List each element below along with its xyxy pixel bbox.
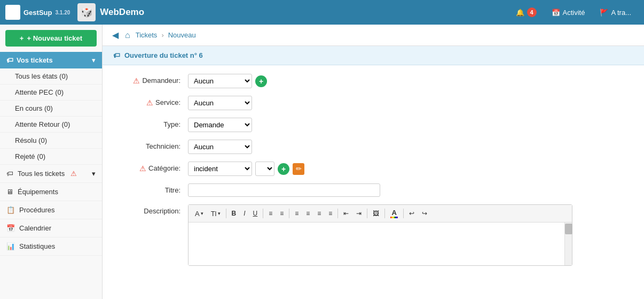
main-content: ◀ ⌂ Tickets › Nouveau 🏷 Ouverture du tic… bbox=[103, 25, 644, 299]
tag-icon: 🏷 bbox=[6, 170, 13, 178]
procedures-icon: 📋 bbox=[6, 206, 15, 214]
editor-list-ol-button[interactable]: ≡ bbox=[277, 208, 287, 219]
expand-icon: ▾ bbox=[92, 170, 96, 178]
app-icon: 🎲 bbox=[77, 3, 96, 21]
editor-italic-button[interactable]: I bbox=[240, 208, 248, 219]
toolbar-sep-4 bbox=[337, 209, 338, 218]
sidebar-item-statistiques[interactable]: 📊 Statistiques bbox=[0, 237, 102, 256]
sidebar-item-en-cours[interactable]: En cours (0) bbox=[0, 101, 102, 117]
editor-color-button[interactable]: A bbox=[387, 207, 401, 220]
editor-list-ul-button[interactable]: ≡ bbox=[265, 208, 276, 219]
sidebar-item-equipements[interactable]: 🖥 Équipements bbox=[0, 183, 102, 201]
editor-bold-button[interactable]: B bbox=[229, 208, 240, 219]
editor-align-right-button[interactable]: ≡ bbox=[314, 208, 324, 219]
app-instance-name: WebDemo bbox=[100, 7, 144, 18]
service-required-icon: ⚠ bbox=[146, 98, 153, 107]
toolbar-sep-6 bbox=[384, 209, 385, 218]
sidebar-item-tous-tickets[interactable]: 🏷 Tous les tickets ⚠ ▾ bbox=[0, 165, 102, 183]
sidebar-item-attente-retour[interactable]: Attente Retour (0) bbox=[0, 117, 102, 133]
form-header-icon: 🏷 bbox=[113, 51, 120, 59]
home-button[interactable]: ⌂ bbox=[124, 30, 131, 40]
sidebar-item-attente-pec[interactable]: Attente PEC (0) bbox=[0, 85, 102, 101]
notifications-button[interactable]: 🔔 4 bbox=[508, 0, 544, 25]
editor-undo-button[interactable]: ↩ bbox=[406, 208, 418, 219]
warning-icon: ⚠ bbox=[70, 170, 77, 178]
breadcrumb: ◀ ⌂ Tickets › Nouveau bbox=[103, 25, 644, 46]
sidebar-item-procedures[interactable]: 📋 Procédures bbox=[0, 201, 102, 219]
demandeur-select[interactable]: Aucun bbox=[188, 74, 252, 88]
editor-font-button[interactable]: A ▾ bbox=[192, 208, 207, 219]
new-ticket-button[interactable]: + + Nouveau ticket bbox=[5, 30, 97, 47]
editor-content[interactable] bbox=[189, 223, 564, 265]
form-panel: 🏷 Ouverture du ticket n° 6 ⚠ Demandeur: … bbox=[103, 46, 644, 282]
service-select[interactable]: Aucun bbox=[188, 96, 252, 110]
atrav-label: A tra... bbox=[611, 9, 631, 17]
chevron-icon: ▾ bbox=[92, 56, 96, 64]
form-panel-header: 🏷 Ouverture du ticket n° 6 bbox=[103, 46, 644, 65]
titre-controls bbox=[188, 183, 633, 197]
categorie-add-button[interactable]: + bbox=[278, 163, 289, 175]
toolbar-sep-5 bbox=[367, 209, 367, 218]
tous-tickets-label: Tous les tickets bbox=[18, 170, 65, 178]
technicien-select[interactable]: Aucun bbox=[188, 140, 252, 154]
demandeur-label: ⚠ Demandeur: bbox=[113, 74, 188, 85]
editor-underline-button[interactable]: U bbox=[250, 208, 261, 219]
editor-redo-button[interactable]: ↪ bbox=[419, 208, 430, 219]
layout: + + Nouveau ticket 🏷 Vos tickets ▾ Tous … bbox=[0, 25, 644, 299]
editor-container: A ▾ Tl ▾ B I U bbox=[188, 204, 572, 266]
type-select[interactable]: Demande Incident Problème bbox=[188, 118, 252, 132]
categorie-required-icon: ⚠ bbox=[139, 164, 146, 173]
notification-badge: 4 bbox=[527, 7, 537, 17]
breadcrumb-tickets[interactable]: Tickets bbox=[136, 31, 158, 39]
categorie-sub-select[interactable] bbox=[255, 162, 274, 176]
service-label: ⚠ Service: bbox=[113, 96, 188, 107]
editor-image-button[interactable]: 🖼 bbox=[370, 208, 382, 219]
sidebar-item-calendrier[interactable]: 📅 Calendrier bbox=[0, 219, 102, 237]
editor-align-center-button[interactable]: ≡ bbox=[303, 208, 313, 219]
stats-icon: 📊 bbox=[6, 242, 15, 250]
toolbar-sep-3 bbox=[289, 209, 289, 218]
type-controls: Demande Incident Problème bbox=[188, 118, 633, 132]
editor-align-justify-button[interactable]: ≡ bbox=[325, 208, 335, 219]
brand-name: GestSup bbox=[23, 9, 52, 17]
categorie-row: ⚠ Catégorie: incident + ✏ bbox=[113, 162, 633, 176]
monitor-icon: 🖥 bbox=[6, 188, 13, 196]
breadcrumb-current: Nouveau bbox=[168, 31, 196, 39]
plus-icon: + bbox=[20, 34, 24, 42]
categorie-edit-button[interactable]: ✏ bbox=[293, 163, 304, 175]
toolbar-sep-7 bbox=[403, 209, 404, 218]
vos-tickets-label: Vos tickets bbox=[17, 56, 53, 64]
type-label: Type: bbox=[113, 118, 188, 128]
editor-indent-left-button[interactable]: ⇤ bbox=[340, 208, 352, 219]
flag-icon: 🚩 bbox=[600, 9, 608, 17]
editor-size-button[interactable]: Tl ▾ bbox=[208, 208, 224, 219]
form-title: Ouverture du ticket n° 6 bbox=[124, 51, 203, 59]
technicien-controls: Aucun bbox=[188, 140, 633, 154]
navbar-right: 🔔 4 📅 Activité 🚩 A tra... bbox=[508, 0, 639, 25]
editor-scrollbar[interactable] bbox=[564, 223, 572, 265]
vos-tickets-header[interactable]: 🏷 Vos tickets ▾ bbox=[0, 52, 102, 68]
sidebar-item-tous-etats[interactable]: Tous les états (0) bbox=[0, 68, 102, 85]
titre-label: Titre: bbox=[113, 183, 188, 194]
atrav-button[interactable]: 🚩 A tra... bbox=[592, 0, 639, 25]
technicien-row: Technicien: Aucun bbox=[113, 140, 633, 154]
editor-align-left-button[interactable]: ≡ bbox=[292, 208, 302, 219]
ticket-icon: 🏷 bbox=[6, 56, 13, 64]
categorie-select[interactable]: incident bbox=[188, 162, 252, 176]
breadcrumb-separator: › bbox=[161, 31, 163, 39]
service-row: ⚠ Service: Aucun bbox=[113, 96, 633, 110]
sidebar-item-rejete[interactable]: Rejeté (0) bbox=[0, 149, 102, 165]
equipements-label: Équipements bbox=[18, 188, 58, 196]
type-row: Type: Demande Incident Problème bbox=[113, 118, 633, 132]
editor-indent-right-button[interactable]: ⇥ bbox=[353, 208, 365, 219]
sidebar-item-resolu[interactable]: Résolu (0) bbox=[0, 133, 102, 149]
titre-input[interactable] bbox=[188, 183, 380, 197]
editor-body-wrapper bbox=[189, 223, 572, 265]
statistiques-label: Statistiques bbox=[19, 242, 55, 250]
demandeur-add-button[interactable]: + bbox=[255, 75, 267, 87]
activity-button[interactable]: 📅 Activité bbox=[544, 0, 593, 25]
calendar-icon: 📅 bbox=[552, 9, 560, 17]
demandeur-required-icon: ⚠ bbox=[133, 76, 140, 85]
back-button[interactable]: ◀ bbox=[111, 30, 120, 40]
brand-logo: ◆ bbox=[5, 5, 20, 20]
